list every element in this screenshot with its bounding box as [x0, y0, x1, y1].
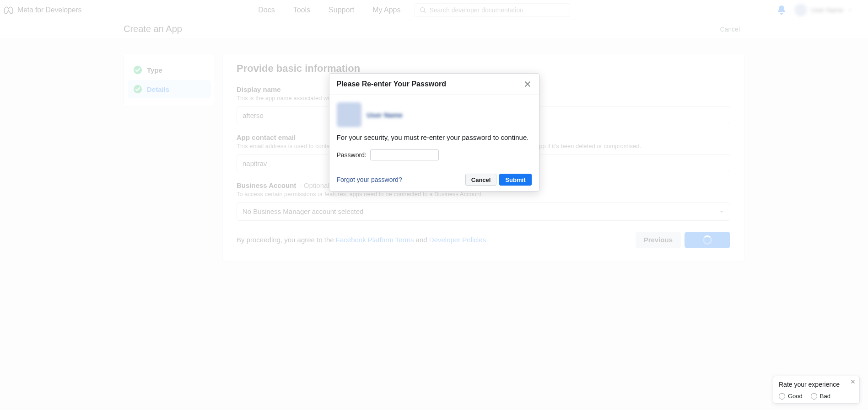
modal-title: Please Re-enter Your Password: [337, 80, 447, 88]
password-input[interactable]: [370, 149, 439, 160]
modal-actions: Cancel Submit: [465, 174, 532, 186]
password-row: Password:: [337, 149, 532, 160]
modal-header: Please Re-enter Your Password: [329, 74, 539, 95]
modal-cancel-label: Cancel: [471, 176, 491, 183]
password-label: Password:: [337, 151, 367, 159]
modal-submit-button[interactable]: Submit: [499, 174, 531, 186]
modal-avatar: [337, 102, 361, 127]
modal-overlay: Please Re-enter Your Password User Name …: [0, 0, 868, 261]
modal-submit-label: Submit: [505, 176, 525, 183]
modal-footer: Forgot your password? Cancel Submit: [329, 168, 539, 191]
modal-username: User Name: [367, 111, 403, 119]
close-icon[interactable]: [523, 80, 532, 88]
modal-user-row: User Name: [337, 102, 532, 127]
reauth-modal: Please Re-enter Your Password User Name …: [329, 73, 539, 192]
modal-security-text: For your security, you must re-enter you…: [337, 133, 532, 141]
modal-body: User Name For your security, you must re…: [329, 95, 539, 168]
modal-cancel-button[interactable]: Cancel: [465, 174, 497, 186]
forgot-password-link[interactable]: Forgot your password?: [337, 176, 402, 183]
